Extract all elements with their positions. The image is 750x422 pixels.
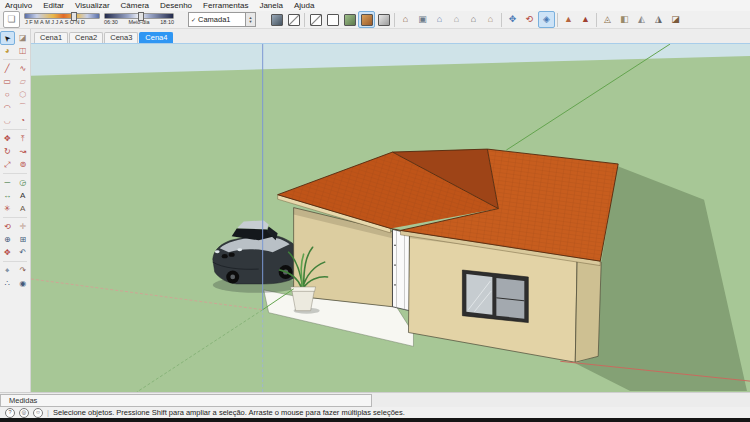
pie-tool-icon[interactable]: ◔ [16, 114, 31, 128]
right-wall[interactable] [575, 253, 601, 362]
help-icon[interactable]: ? [5, 408, 15, 418]
eraser-tool-icon[interactable]: ◪ [16, 31, 31, 45]
layer-dropdown[interactable]: ✓ Camada1 ▲▼ [188, 12, 256, 27]
circle-tool-icon[interactable]: ○ [0, 88, 15, 102]
menu-arquivo[interactable]: Arquivo [5, 1, 32, 10]
menu-ajuda[interactable]: Ajuda [294, 1, 314, 10]
time-slider-thumb[interactable] [138, 12, 144, 21]
walk-tool-icon[interactable]: ∴ [0, 277, 15, 291]
menu-editar[interactable]: Editar [43, 1, 64, 10]
axes-tool-icon[interactable]: ✳ [0, 202, 15, 216]
date-slider-track[interactable] [24, 13, 100, 19]
turn-tool-icon[interactable]: ↷ [16, 264, 31, 278]
orbit-icon[interactable]: ⟲ [521, 11, 538, 28]
three-point-arc-tool-icon[interactable]: ◡ [0, 114, 15, 128]
car-headlight [215, 250, 220, 253]
measurements-box[interactable]: Medidas [0, 394, 372, 407]
shaded-textures-mode-icon[interactable] [358, 11, 375, 28]
toolbar-separator [501, 13, 502, 27]
menu-janela[interactable]: Janela [259, 1, 283, 10]
add-location-icon[interactable]: ▲ [560, 11, 577, 28]
scene-tab-cena2[interactable]: Cena2 [69, 32, 103, 43]
x-ray-mode-icon [271, 14, 283, 26]
protractor-tool-icon: ◶ [19, 179, 26, 187]
geolocation-icon[interactable]: ◎ [19, 408, 29, 418]
pan-tool-icon[interactable]: ✛ [16, 220, 31, 234]
line-tool-icon[interactable]: ╱ [0, 62, 15, 76]
hidden-line-mode-icon[interactable] [324, 11, 341, 28]
scene-tab-cena4[interactable]: Cena4 [139, 32, 173, 43]
look-around-tool-icon[interactable]: ◉ [16, 277, 31, 291]
paint-bucket-tool-icon[interactable]: ◕ [0, 44, 15, 58]
previous-view-tool-icon[interactable]: ↶ [16, 246, 31, 260]
zoom-window-tool-icon[interactable]: ⊞ [16, 233, 31, 247]
time-slider-track[interactable] [104, 13, 174, 19]
move-tool-icon[interactable]: ✥ [0, 132, 15, 146]
3d-text-tool-icon[interactable]: A [16, 202, 31, 216]
entry-door[interactable] [392, 229, 409, 310]
viewport-3d-scene[interactable] [31, 44, 750, 392]
monochrome-mode-icon[interactable] [375, 11, 392, 28]
iso-view-icon[interactable]: ⌂ [397, 11, 414, 28]
zoom-tool-icon[interactable]: ⊕ [0, 233, 15, 247]
perspective-toggle-icon[interactable]: ◈ [538, 11, 555, 28]
back-view-icon[interactable]: ⌂ [465, 11, 482, 28]
window[interactable] [462, 270, 528, 323]
back-edges-mode-icon[interactable] [285, 11, 302, 28]
menu-bar: ArquivoEditarVisualizarCâmeraDesenhoFerr… [0, 0, 750, 11]
offset-tool-icon[interactable]: ⊚ [16, 158, 31, 172]
from-scratch-icon[interactable]: ◧ [616, 11, 633, 28]
scene-tab-cena3[interactable]: Cena3 [104, 32, 138, 43]
layer-dropdown-spinner[interactable]: ▲▼ [245, 13, 255, 26]
right-view-icon[interactable]: ⌂ [448, 11, 465, 28]
follow-me-tool-icon[interactable]: ↝ [16, 145, 31, 159]
top-view-icon[interactable]: ▣ [414, 11, 431, 28]
shaded-mode-icon[interactable] [341, 11, 358, 28]
two-point-arc-tool-icon: ⌒ [19, 104, 27, 112]
front-view-icon[interactable]: ⌂ [431, 11, 448, 28]
orbit-tool-icon: ⟲ [4, 223, 11, 231]
protractor-tool-icon[interactable]: ◶ [16, 176, 31, 190]
push-pull-tool-icon[interactable]: ⤒ [16, 132, 31, 146]
rotated-rectangle-tool-icon[interactable]: ▱ [16, 75, 31, 89]
left-view-icon[interactable]: ⌂ [482, 11, 499, 28]
scale-tool-icon: ⤢ [4, 161, 10, 169]
toggle-terrain-icon[interactable]: ▲ [577, 11, 594, 28]
wireframe-mode-icon[interactable] [307, 11, 324, 28]
text-tool-icon[interactable]: A [16, 189, 31, 203]
scale-tool-icon[interactable]: ⤢ [0, 158, 15, 172]
menu-camera[interactable]: Câmera [121, 1, 149, 10]
select-tool-icon[interactable]: ➤ [0, 31, 15, 45]
rotate-tool-icon[interactable]: ↻ [0, 145, 15, 159]
dimension-tool-icon[interactable]: ↔ [0, 189, 15, 203]
polygon-tool-icon[interactable]: ⬡ [16, 88, 31, 102]
tape-measure-tool-icon[interactable]: ─ [0, 176, 15, 190]
user-icon[interactable]: ☺ [33, 408, 43, 418]
menu-visualizar[interactable]: Visualizar [75, 1, 110, 10]
rectangle-tool-icon[interactable]: ▭ [0, 75, 15, 89]
from-contours-icon[interactable]: ◬ [599, 11, 616, 28]
bottom-black-strip [0, 418, 750, 422]
zoom-extents-tool-icon[interactable]: ✥ [0, 246, 15, 260]
x-ray-mode-icon[interactable] [268, 11, 285, 28]
stamp-icon[interactable]: ◮ [650, 11, 667, 28]
orbit-tool-icon[interactable]: ⟲ [0, 220, 15, 234]
make-component-tool-icon[interactable]: ◫ [16, 44, 31, 58]
scene-tab-cena1[interactable]: Cena1 [34, 32, 68, 43]
smoove-icon[interactable]: ◭ [633, 11, 650, 28]
menu-desenho[interactable]: Desenho [160, 1, 192, 10]
axes-tool-icon: ✳ [4, 205, 11, 213]
shadow-date-slider[interactable]: JFMAMJJASOND [24, 13, 100, 26]
menu-ferramentas[interactable]: Ferramentas [203, 1, 248, 10]
drape-icon[interactable]: ◪ [667, 11, 684, 28]
toggle-shadows-icon[interactable]: ❏ [3, 11, 20, 28]
position-camera-tool-icon[interactable]: ⌖ [0, 264, 15, 278]
dimension-tool-icon: ↔ [3, 192, 11, 200]
date-slider-thumb[interactable] [71, 12, 77, 21]
zoom-extents-icon[interactable]: ✥ [504, 11, 521, 28]
two-point-arc-tool-icon[interactable]: ⌒ [16, 101, 31, 115]
freehand-tool-icon[interactable]: ∿ [16, 62, 31, 76]
shadow-time-slider[interactable]: 06:30 Meio-dia 18:10 [104, 13, 174, 26]
arc-tool-icon[interactable]: ◠ [0, 101, 15, 115]
make-component-tool-icon: ◫ [19, 47, 27, 55]
